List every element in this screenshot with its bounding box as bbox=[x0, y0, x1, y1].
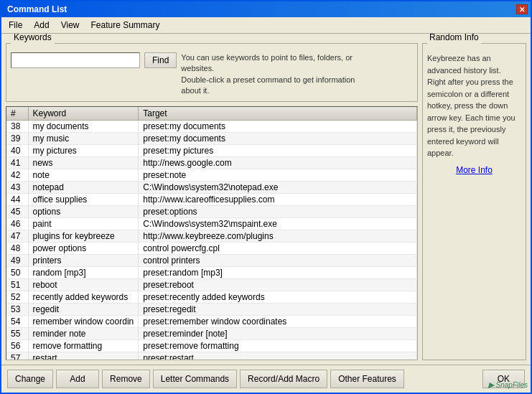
cell-target: preset:recently added keywords bbox=[139, 291, 417, 303]
table-row[interactable]: 47 plugins for keybreeze http://www.keyb… bbox=[6, 230, 417, 242]
cell-num: 47 bbox=[6, 230, 28, 242]
cell-target: preset:reminder [note] bbox=[139, 327, 417, 339]
cell-target: http://www.icareofficesupplies.com bbox=[139, 193, 417, 205]
cell-num: 50 bbox=[6, 266, 28, 278]
cell-num: 44 bbox=[6, 193, 28, 205]
table-row[interactable]: 55 reminder note preset:reminder [note] bbox=[6, 327, 417, 339]
cell-keyword: remove formatting bbox=[28, 339, 139, 352]
cell-keyword: notepad bbox=[28, 181, 139, 193]
random-info-text: Keybreeze has an advanced history list. … bbox=[427, 52, 521, 159]
cell-num: 43 bbox=[6, 181, 28, 193]
cell-keyword: paint bbox=[28, 217, 139, 230]
table-row[interactable]: 51 reboot preset:reboot bbox=[6, 278, 417, 291]
cell-num: 56 bbox=[6, 339, 28, 352]
cell-num: 41 bbox=[6, 156, 28, 169]
cell-keyword: plugins for keybreeze bbox=[28, 230, 139, 242]
keyword-input[interactable] bbox=[11, 52, 140, 68]
cell-num: 45 bbox=[6, 205, 28, 217]
cell-target: preset:options bbox=[139, 205, 417, 217]
cell-target: http://news.google.com bbox=[139, 156, 417, 169]
cell-target: preset:regedit bbox=[139, 303, 417, 315]
cell-target: preset:my pictures bbox=[139, 144, 417, 156]
table-row[interactable]: 56 remove formatting preset:remove forma… bbox=[6, 339, 417, 352]
cell-num: 46 bbox=[6, 217, 28, 230]
menu-file[interactable]: File bbox=[4, 19, 27, 32]
table-row[interactable]: 45 options preset:options bbox=[6, 205, 417, 217]
main-window: Command List ✕ File Add View Feature Sum… bbox=[0, 0, 532, 394]
letter-commands-button[interactable]: Letter Commands bbox=[153, 370, 237, 388]
close-button[interactable]: ✕ bbox=[516, 4, 528, 14]
table-row[interactable]: 38 my documents preset:my documents bbox=[6, 120, 417, 132]
table-container: # Keyword Target 38 my documents preset:… bbox=[6, 106, 418, 360]
record-macro-button[interactable]: Record/Add Macro bbox=[240, 370, 327, 388]
change-button[interactable]: Change bbox=[7, 370, 53, 388]
cell-target: preset:my documents bbox=[139, 132, 417, 144]
cell-num: 49 bbox=[6, 254, 28, 266]
keyword-hint: You can use keywords to point to files, … bbox=[181, 52, 360, 97]
menu-feature-summary[interactable]: Feature Summary bbox=[87, 19, 164, 32]
right-panel: Random Info Keybreeze has an advanced hi… bbox=[422, 38, 526, 360]
table-row[interactable]: 57 restart preset:restart bbox=[6, 352, 417, 360]
cell-keyword: printers bbox=[28, 254, 139, 266]
cell-keyword: random [mp3] bbox=[28, 266, 139, 278]
table-inner[interactable]: # Keyword Target 38 my documents preset:… bbox=[6, 107, 417, 360]
table-row[interactable]: 48 power options control powercfg.cpl bbox=[6, 242, 417, 254]
table-row[interactable]: 41 news http://news.google.com bbox=[6, 156, 417, 169]
cell-num: 57 bbox=[6, 352, 28, 360]
table-row[interactable]: 50 random [mp3] preset:random [mp3] bbox=[6, 266, 417, 278]
cell-num: 48 bbox=[6, 242, 28, 254]
cell-keyword: options bbox=[28, 205, 139, 217]
cell-keyword: my documents bbox=[28, 120, 139, 132]
cell-num: 52 bbox=[6, 291, 28, 303]
other-features-button[interactable]: Other Features bbox=[330, 370, 404, 388]
menu-bar: File Add View Feature Summary bbox=[1, 17, 531, 34]
cell-keyword: reboot bbox=[28, 278, 139, 291]
cell-target: preset:note bbox=[139, 169, 417, 181]
cell-target: http://www.keybreeze.com/plugins bbox=[139, 230, 417, 242]
cell-keyword: power options bbox=[28, 242, 139, 254]
menu-view[interactable]: View bbox=[57, 19, 84, 32]
col-target: Target bbox=[139, 107, 417, 121]
cell-target: control printers bbox=[139, 254, 417, 266]
remove-button[interactable]: Remove bbox=[102, 370, 150, 388]
table-header-row: # Keyword Target bbox=[6, 107, 417, 121]
table-row[interactable]: 53 regedit preset:regedit bbox=[6, 303, 417, 315]
add-button[interactable]: Add bbox=[56, 370, 99, 388]
keywords-row: Find You can use keywords to point to fi… bbox=[11, 52, 413, 97]
table-row[interactable]: 49 printers control printers bbox=[6, 254, 417, 266]
cell-keyword: restart bbox=[28, 352, 139, 360]
command-table: # Keyword Target 38 my documents preset:… bbox=[6, 107, 417, 360]
table-body: 38 my documents preset:my documents 39 m… bbox=[6, 120, 417, 360]
menu-add[interactable]: Add bbox=[29, 19, 53, 32]
table-row[interactable]: 39 my music preset:my documents bbox=[6, 132, 417, 144]
cell-num: 51 bbox=[6, 278, 28, 291]
cell-keyword: reminder note bbox=[28, 327, 139, 339]
cell-keyword: remember window coordin bbox=[28, 315, 139, 327]
cell-target: C:\Windows\system32\notepad.exe bbox=[139, 181, 417, 193]
table-row[interactable]: 46 paint C:\Windows\system32\mspaint.exe bbox=[6, 217, 417, 230]
random-info-label: Random Info bbox=[427, 34, 481, 42]
col-keyword: Keyword bbox=[28, 107, 139, 121]
cell-target: preset:remember window coordinates bbox=[139, 315, 417, 327]
table-row[interactable]: 54 remember window coordin preset:rememb… bbox=[6, 315, 417, 327]
find-button[interactable]: Find bbox=[144, 52, 177, 68]
cell-num: 40 bbox=[6, 144, 28, 156]
cell-keyword: recently added keywords bbox=[28, 291, 139, 303]
cell-target: preset:restart bbox=[139, 352, 417, 360]
cell-target: C:\Windows\system32\mspaint.exe bbox=[139, 217, 417, 230]
cell-target: preset:remove formatting bbox=[139, 339, 417, 352]
more-info-link[interactable]: More Info bbox=[427, 165, 521, 175]
table-row[interactable]: 43 notepad C:\Windows\system32\notepad.e… bbox=[6, 181, 417, 193]
cell-keyword: note bbox=[28, 169, 139, 181]
col-num: # bbox=[6, 107, 28, 121]
table-row[interactable]: 42 note preset:note bbox=[6, 169, 417, 181]
cell-keyword: my pictures bbox=[28, 144, 139, 156]
table-row[interactable]: 52 recently added keywords preset:recent… bbox=[6, 291, 417, 303]
cell-num: 55 bbox=[6, 327, 28, 339]
table-row[interactable]: 40 my pictures preset:my pictures bbox=[6, 144, 417, 156]
cell-num: 38 bbox=[6, 120, 28, 132]
title-bar: Command List ✕ bbox=[1, 1, 531, 17]
table-row[interactable]: 44 office supplies http://www.icareoffic… bbox=[6, 193, 417, 205]
cell-num: 53 bbox=[6, 303, 28, 315]
cell-target: control powercfg.cpl bbox=[139, 242, 417, 254]
